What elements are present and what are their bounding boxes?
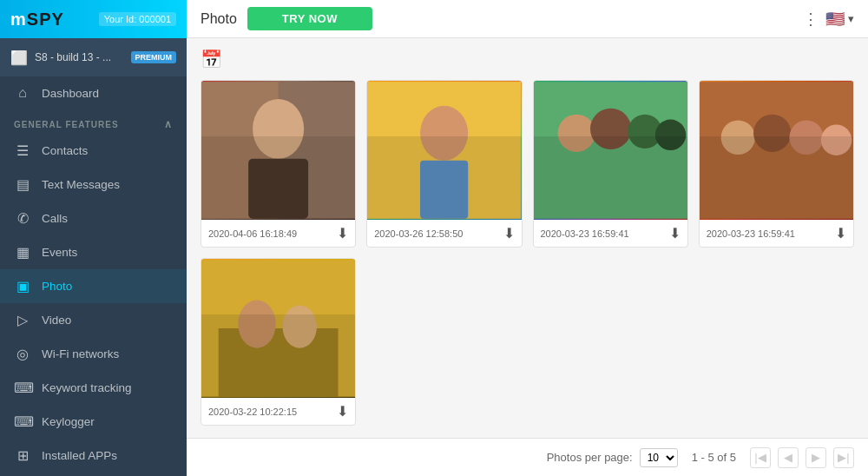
sidebar-item-photo[interactable]: ▣ Photo — [0, 269, 187, 303]
pagination-bar: Photos per page: 10 20 50 1 - 5 of 5 |◀ … — [187, 438, 868, 476]
sidebar-item-keyword-tracking[interactable]: ⌨ Keyword tracking — [0, 371, 187, 405]
photo-date-3: 2020-03-23 16:59:41 — [541, 228, 629, 239]
topbar-actions: ⋮ 🇺🇸 ▾ — [803, 10, 854, 29]
svg-rect-5 — [367, 82, 521, 219]
photo-date-2: 2020-03-26 12:58:50 — [374, 228, 463, 239]
download-icon-3[interactable]: ⬇ — [669, 225, 681, 241]
page-title: Photo — [201, 11, 237, 27]
svg-point-16 — [753, 115, 791, 152]
sidebar-item-dashboard[interactable]: ⌂ Dashboard — [0, 76, 187, 109]
logo: mSPY — [10, 10, 64, 30]
photo-thumbnail-5[interactable] — [201, 259, 355, 398]
svg-rect-8 — [534, 82, 687, 219]
main-area: Photo TRY NOW ⋮ 🇺🇸 ▾ 📅 — [187, 0, 868, 476]
sidebar-item-calls[interactable]: ✆ Calls — [0, 202, 187, 235]
photo-content: 📅 2020-04-06 16:18:49 ⬇ — [187, 38, 868, 438]
filter-row: 📅 — [201, 49, 854, 69]
photo-meta-1: 2020-04-06 16:18:49 ⬇ — [201, 220, 355, 247]
photo-image-5 — [201, 259, 355, 398]
svg-point-6 — [420, 106, 468, 161]
sidebar-item-video[interactable]: ▷ Video — [0, 303, 187, 337]
sidebar-nav: ⌂ Dashboard GENERAL FEATURES ∧ ☰ Contact… — [0, 76, 187, 476]
chevron-down-icon: ▾ — [848, 12, 854, 25]
sidebar-item-keylogger[interactable]: ⌨ Keylogger — [0, 405, 187, 439]
language-selector[interactable]: 🇺🇸 ▾ — [825, 10, 854, 29]
apps-icon: ⊞ — [14, 447, 31, 464]
photo-thumbnail-2[interactable] — [367, 81, 521, 220]
last-page-button[interactable]: ▶| — [833, 447, 854, 468]
section-general-features: GENERAL FEATURES ∧ — [0, 109, 187, 134]
photo-thumbnail-3[interactable] — [534, 81, 687, 220]
try-now-button[interactable]: TRY NOW — [247, 7, 372, 30]
video-icon: ▷ — [14, 312, 31, 328]
logo-m: m — [10, 10, 27, 29]
flag-icon: 🇺🇸 — [825, 10, 845, 29]
photo-thumbnail-4[interactable] — [700, 81, 853, 220]
photo-image-2 — [367, 81, 521, 220]
photo-meta-3: 2020-03-23 16:59:41 ⬇ — [534, 220, 687, 247]
photos-grid-row1: 2020-04-06 16:18:49 ⬇ 2020-03-26 12:58:5… — [201, 80, 854, 248]
download-icon-4[interactable]: ⬇ — [835, 225, 846, 241]
topbar: Photo TRY NOW ⋮ 🇺🇸 ▾ — [187, 0, 868, 38]
more-options-icon[interactable]: ⋮ — [803, 10, 819, 29]
per-page-label: Photos per page: — [547, 451, 633, 464]
photo-meta-2: 2020-03-26 12:58:50 ⬇ — [367, 220, 521, 247]
sidebar: mSPY Your Id: 000001 ⬜ S8 - build 13 - .… — [0, 0, 187, 476]
sidebar-item-text-messages[interactable]: ▤ Text Messages — [0, 168, 187, 202]
svg-point-9 — [557, 115, 595, 152]
logo-spy: SPY — [27, 10, 64, 29]
premium-badge: PREMIUM — [131, 51, 177, 63]
svg-rect-14 — [700, 82, 853, 219]
download-icon-1[interactable]: ⬇ — [337, 225, 348, 241]
svg-rect-20 — [219, 328, 339, 397]
android-icon: ⬜ — [10, 50, 28, 66]
svg-point-18 — [821, 124, 852, 155]
photos-grid-row2: 2020-03-22 10:22:15 ⬇ — [201, 258, 854, 426]
prev-page-button[interactable]: ◀ — [778, 447, 799, 468]
svg-point-2 — [253, 99, 304, 159]
dashboard-label: Dashboard — [42, 87, 99, 100]
svg-point-12 — [654, 120, 685, 150]
sidebar-item-installed-apps[interactable]: ⊞ Installed APPs — [0, 439, 187, 473]
page-range: 1 - 5 of 5 — [692, 451, 736, 464]
wifi-icon: ◎ — [14, 346, 31, 362]
keyboard-icon: ⌨ — [14, 380, 31, 396]
photo-image-4 — [700, 81, 853, 220]
sidebar-item-wifi[interactable]: ◎ Wi-Fi networks — [0, 337, 187, 371]
sidebar-item-events[interactable]: ▦ Events — [0, 235, 187, 269]
photo-card-1: 2020-04-06 16:18:49 ⬇ — [201, 80, 356, 248]
photo-card-2: 2020-03-26 12:58:50 ⬇ — [366, 80, 522, 248]
chevron-up-icon: ∧ — [164, 118, 173, 130]
date-filter-icon[interactable]: 📅 — [201, 49, 222, 69]
calendar-icon: ▦ — [14, 244, 31, 261]
photo-meta-4: 2020-03-23 16:59:41 ⬇ — [700, 220, 853, 247]
photo-card-4: 2020-03-23 16:59:41 ⬇ — [699, 80, 854, 248]
svg-rect-19 — [201, 260, 355, 397]
svg-point-21 — [238, 301, 275, 348]
photo-thumbnail-1[interactable] — [201, 81, 355, 220]
photo-image-3 — [534, 81, 687, 220]
photo-date-5: 2020-03-22 10:22:15 — [208, 407, 297, 417]
next-page-button[interactable]: ▶ — [806, 447, 826, 468]
svg-point-17 — [789, 121, 823, 155]
message-icon: ▤ — [14, 176, 31, 193]
svg-point-10 — [589, 109, 630, 149]
photo-card-3: 2020-03-23 16:59:41 ⬇ — [533, 80, 688, 248]
photo-meta-5: 2020-03-22 10:22:15 ⬇ — [201, 398, 355, 425]
svg-point-22 — [283, 305, 317, 347]
svg-rect-3 — [248, 159, 308, 219]
photo-date-1: 2020-04-06 16:18:49 — [208, 228, 297, 239]
photo-icon: ▣ — [14, 278, 31, 294]
download-icon-2[interactable]: ⬇ — [503, 225, 515, 241]
contacts-icon: ☰ — [14, 142, 31, 159]
per-page-select[interactable]: 10 20 50 — [640, 448, 678, 467]
svg-rect-7 — [420, 161, 468, 219]
photo-image-1 — [201, 81, 355, 220]
svg-point-15 — [720, 121, 754, 155]
device-name: S8 - build 13 - ... — [35, 51, 124, 63]
sidebar-item-contacts[interactable]: ☰ Contacts — [0, 134, 187, 168]
phone-icon: ✆ — [14, 210, 31, 227]
download-icon-5[interactable]: ⬇ — [337, 403, 348, 420]
device-row[interactable]: ⬜ S8 - build 13 - ... PREMIUM — [0, 38, 187, 76]
first-page-button[interactable]: |◀ — [750, 447, 771, 468]
